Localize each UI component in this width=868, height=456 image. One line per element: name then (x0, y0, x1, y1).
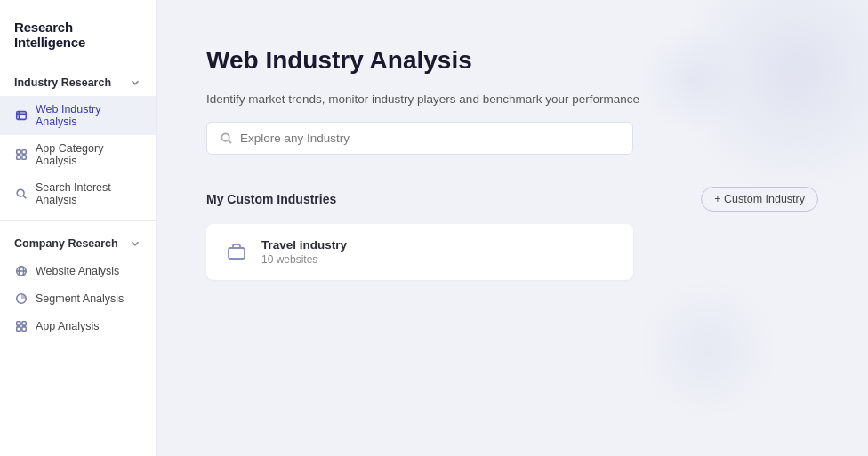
svg-line-18 (229, 140, 231, 143)
sidebar-item-web-industry-analysis[interactable]: Web Industry Analysis (0, 96, 156, 135)
svg-rect-14 (21, 321, 25, 324)
search-icon (220, 132, 233, 145)
svg-rect-3 (16, 150, 20, 154)
app-category-analysis-label: App Category Analysis (36, 142, 141, 167)
svg-point-17 (221, 133, 229, 140)
web-industry-analysis-icon (14, 109, 28, 123)
svg-rect-16 (21, 326, 25, 330)
svg-rect-19 (229, 248, 245, 259)
add-custom-industry-button[interactable]: + Custom Industry (701, 187, 818, 212)
travel-industry-icon (224, 240, 249, 265)
industry-research-label: Industry Research (14, 76, 111, 89)
company-research-chevron-icon (129, 237, 141, 250)
sidebar-divider (0, 220, 156, 221)
company-research-label: Company Research (14, 237, 118, 250)
industry-research-section-header[interactable]: Industry Research (0, 68, 156, 96)
travel-industry-name: Travel industry (261, 238, 347, 252)
svg-rect-0 (16, 112, 26, 120)
company-research-section-header[interactable]: Company Research (0, 228, 156, 257)
svg-point-7 (17, 189, 24, 196)
industry-research-chevron-icon (129, 76, 141, 89)
sidebar-item-segment-analysis[interactable]: Segment Analysis (0, 284, 156, 312)
sidebar-item-app-analysis[interactable]: App Analysis (0, 312, 156, 340)
search-interest-analysis-icon (14, 188, 28, 201)
page-title: Web Industry Analysis (206, 46, 818, 75)
svg-rect-6 (21, 156, 25, 159)
custom-industries-title: My Custom Industries (206, 192, 336, 206)
content-area: Web Industry Analysis Identify market tr… (157, 0, 868, 316)
svg-line-8 (23, 196, 26, 198)
travel-industry-count: 10 websites (261, 253, 347, 266)
page-subtitle: Identify market trends, monitor industry… (206, 92, 818, 106)
search-interest-analysis-label: Search Interest Analysis (36, 181, 141, 206)
svg-rect-4 (21, 150, 25, 154)
website-analysis-label: Website Analysis (36, 265, 119, 277)
custom-industries-header: My Custom Industries + Custom Industry (206, 187, 818, 212)
search-input[interactable] (240, 132, 620, 145)
web-industry-analysis-label: Web Industry Analysis (36, 103, 141, 128)
app-analysis-icon (14, 319, 28, 332)
app-logo: Research Intelligence (0, 0, 156, 68)
svg-rect-15 (16, 326, 20, 330)
app-analysis-label: App Analysis (36, 320, 100, 332)
search-bar[interactable] (206, 122, 633, 155)
svg-rect-13 (16, 321, 20, 324)
main-content: Web Industry Analysis Identify market tr… (157, 0, 868, 456)
segment-analysis-label: Segment Analysis (36, 292, 124, 305)
sidebar-item-app-category-analysis[interactable]: App Category Analysis (0, 135, 156, 174)
app-category-analysis-icon (14, 148, 28, 162)
industry-card-travel[interactable]: Travel industry 10 websites (206, 224, 633, 280)
sidebar: Research Intelligence Industry Research … (0, 0, 157, 456)
segment-analysis-icon (14, 292, 28, 305)
sidebar-item-search-interest-analysis[interactable]: Search Interest Analysis (0, 174, 156, 213)
website-analysis-icon (14, 264, 28, 277)
svg-rect-5 (16, 156, 20, 159)
travel-industry-info: Travel industry 10 websites (261, 238, 347, 266)
sidebar-item-website-analysis[interactable]: Website Analysis (0, 257, 156, 284)
